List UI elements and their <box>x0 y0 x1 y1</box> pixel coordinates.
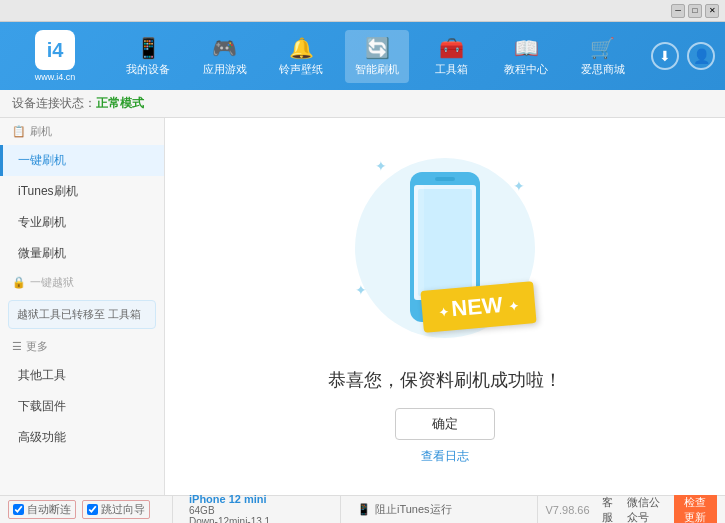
sidebar-item-itunes-flash[interactable]: iTunes刷机 <box>0 176 164 207</box>
goto-log-link[interactable]: 查看日志 <box>421 448 469 465</box>
status-value: 正常模式 <box>96 95 144 112</box>
sparkle-1: ✦ <box>375 158 387 174</box>
more-section-icon: ☰ <box>12 340 22 353</box>
phone-small-icon: 📱 <box>357 503 371 516</box>
header: i4 www.i4.cn 📱 我的设备 🎮 应用游戏 🔔 铃声壁纸 🔄 智能刷机… <box>0 22 725 90</box>
sidebar: 📋 刷机 一键刷机 iTunes刷机 专业刷机 微量刷机 🔒 一键越狱 越狱工具… <box>0 118 165 495</box>
title-bar: ─ □ ✕ <box>0 0 725 22</box>
skip-wizard-label: 跳过向导 <box>101 502 145 517</box>
minimize-button[interactable]: ─ <box>671 4 685 18</box>
wechat-official-link[interactable]: 微信公众号 <box>627 495 661 524</box>
svg-rect-3 <box>435 177 455 181</box>
device-firmware: Down-12mini-13.1 <box>189 516 332 524</box>
version-info: V7.98.66 <box>546 504 590 516</box>
bottom-bar: 自动断连 跳过向导 iPhone 12 mini 64GB Down-12min… <box>0 495 725 523</box>
window-controls[interactable]: ─ □ ✕ <box>671 4 719 18</box>
maximize-button[interactable]: □ <box>688 4 702 18</box>
nav-smart-flash-label: 智能刷机 <box>355 62 399 77</box>
new-badge: NEW <box>421 281 537 333</box>
sidebar-item-pro-flash[interactable]: 专业刷机 <box>0 207 164 238</box>
sidebar-item-advanced[interactable]: 高级功能 <box>0 422 164 453</box>
sidebar-item-download-firmware[interactable]: 下载固件 <box>0 391 164 422</box>
logo-url: www.i4.cn <box>35 72 76 82</box>
apps-games-icon: 🎮 <box>212 36 237 60</box>
nav-toolbox-label: 工具箱 <box>435 62 468 77</box>
lock-icon: 🔒 <box>12 276 26 289</box>
jailbreak-section-title: 一键越狱 <box>30 275 74 290</box>
nav-bar: 📱 我的设备 🎮 应用游戏 🔔 铃声壁纸 🔄 智能刷机 🧰 工具箱 📖 教程中心… <box>110 30 641 83</box>
sparkle-3: ✦ <box>355 282 367 298</box>
jailbreak-note-text: 越狱工具已转移至 工具箱 <box>17 308 141 320</box>
confirm-button[interactable]: 确定 <box>395 408 495 440</box>
main-content: ✦ ✦ ✦ NEW <box>165 118 725 495</box>
nav-ringtones-label: 铃声壁纸 <box>279 62 323 77</box>
nav-ringtones[interactable]: 🔔 铃声壁纸 <box>269 30 333 83</box>
nav-apps-games[interactable]: 🎮 应用游戏 <box>193 30 257 83</box>
auto-close-checkbox[interactable] <box>13 504 24 515</box>
download-button[interactable]: ⬇ <box>651 42 679 70</box>
nav-store[interactable]: 🛒 爱思商城 <box>571 30 635 83</box>
nav-my-device[interactable]: 📱 我的设备 <box>116 30 180 83</box>
success-message: 恭喜您，保资料刷机成功啦！ <box>328 368 562 392</box>
nav-toolbox[interactable]: 🧰 工具箱 <box>422 30 482 83</box>
close-button[interactable]: ✕ <box>705 4 719 18</box>
check-update-button[interactable]: 检查更新 <box>674 493 717 524</box>
toolbox-icon: 🧰 <box>439 36 464 60</box>
svg-rect-4 <box>418 189 472 296</box>
jailbreak-note: 越狱工具已转移至 工具箱 <box>8 300 156 329</box>
device-storage: 64GB <box>189 505 332 516</box>
logo-icon: i4 <box>35 30 75 70</box>
nav-my-device-label: 我的设备 <box>126 62 170 77</box>
more-section-title: 更多 <box>26 339 48 354</box>
auto-close-label: 自动断连 <box>27 502 71 517</box>
flash-section-icon: 📋 <box>12 125 26 138</box>
logo[interactable]: i4 www.i4.cn <box>10 30 100 82</box>
auto-close-checkbox-wrap[interactable]: 自动断连 <box>8 500 76 519</box>
phone-illustration-container: ✦ ✦ ✦ NEW <box>335 148 555 348</box>
main-layout: 📋 刷机 一键刷机 iTunes刷机 专业刷机 微量刷机 🔒 一键越狱 越狱工具… <box>0 118 725 495</box>
sidebar-item-one-click-flash[interactable]: 一键刷机 <box>0 145 164 176</box>
nav-store-label: 爱思商城 <box>581 62 625 77</box>
tutorial-icon: 📖 <box>514 36 539 60</box>
my-device-icon: 📱 <box>136 36 161 60</box>
nav-apps-games-label: 应用游戏 <box>203 62 247 77</box>
user-button[interactable]: 👤 <box>687 42 715 70</box>
sparkle-2: ✦ <box>513 178 525 194</box>
ringtones-icon: 🔔 <box>289 36 314 60</box>
status-bar: 设备连接状态： 正常模式 <box>0 90 725 118</box>
itunes-status: 阻止iTunes运行 <box>375 502 452 517</box>
skip-wizard-checkbox[interactable] <box>87 504 98 515</box>
nav-tutorial[interactable]: 📖 教程中心 <box>494 30 558 83</box>
bottom-checkboxes: 自动断连 跳过向导 <box>8 496 173 523</box>
bottom-right: V7.98.66 客服 微信公众号 检查更新 <box>546 493 718 524</box>
status-label: 设备连接状态： <box>12 95 96 112</box>
store-icon: 🛒 <box>590 36 615 60</box>
smart-flash-icon: 🔄 <box>365 36 390 60</box>
svg-rect-5 <box>414 185 424 300</box>
sidebar-section-flash: 📋 刷机 <box>0 118 164 145</box>
header-right-controls: ⬇ 👤 <box>651 42 715 70</box>
flash-section-title: 刷机 <box>30 124 52 139</box>
customer-service-link[interactable]: 客服 <box>602 495 616 524</box>
nav-tutorial-label: 教程中心 <box>504 62 548 77</box>
sidebar-section-more: ☰ 更多 <box>0 333 164 360</box>
sidebar-section-jailbreak: 🔒 一键越狱 <box>0 269 164 296</box>
nav-smart-flash[interactable]: 🔄 智能刷机 <box>345 30 409 83</box>
sidebar-item-other-tools[interactable]: 其他工具 <box>0 360 164 391</box>
skip-wizard-checkbox-wrap[interactable]: 跳过向导 <box>82 500 150 519</box>
sidebar-item-micro-flash[interactable]: 微量刷机 <box>0 238 164 269</box>
device-info: iPhone 12 mini 64GB Down-12mini-13.1 <box>181 496 341 523</box>
